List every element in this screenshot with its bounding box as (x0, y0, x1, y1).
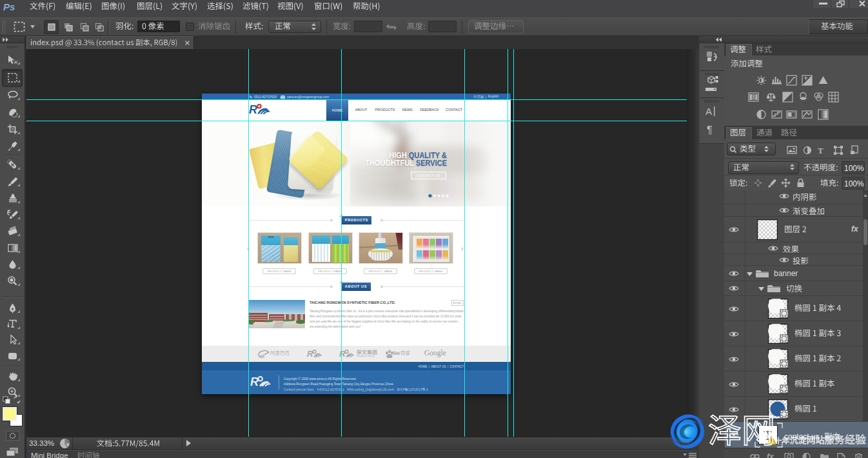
svg-text:¶: ¶ (707, 124, 713, 135)
svg-text:R: R (250, 376, 259, 388)
svg-text:T: T (818, 146, 824, 154)
svg-text:A: A (705, 106, 712, 117)
svg-text:R: R (307, 350, 313, 359)
svg-text:R: R (249, 103, 257, 116)
svg-text:R: R (339, 350, 346, 359)
